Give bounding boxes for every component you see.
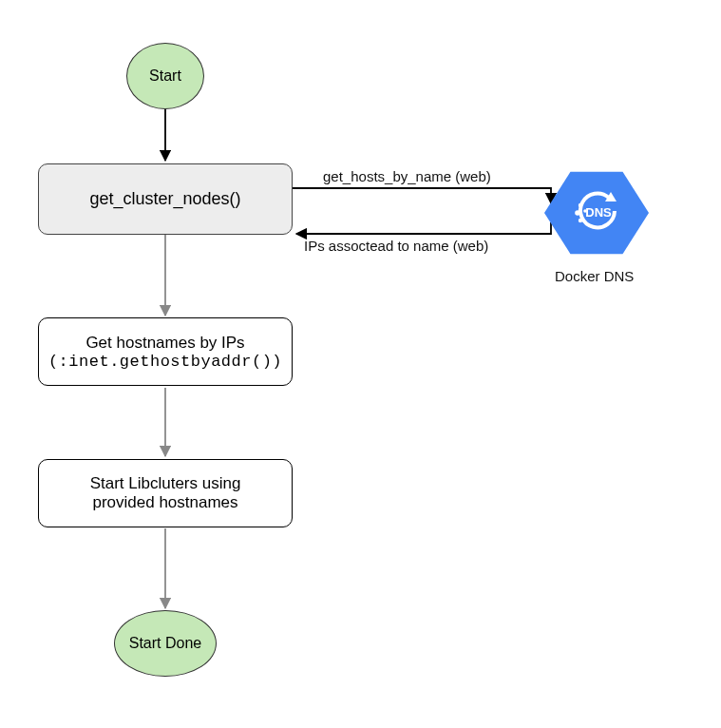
start-libclusters-node: Start Libcluters using provided hostname… bbox=[38, 459, 293, 527]
docker-dns-label: Docker DNS bbox=[555, 268, 634, 284]
edge-to-dns-label: get_hosts_by_name (web) bbox=[323, 168, 491, 184]
get-cluster-nodes-node: get_cluster_nodes() bbox=[38, 163, 293, 235]
start-libclusters-line2: provided hostnames bbox=[92, 493, 237, 512]
get-hostnames-node: Get hostnames by IPs (:inet.gethostbyadd… bbox=[38, 317, 293, 386]
get-hostnames-line1: Get hostnames by IPs bbox=[85, 334, 244, 353]
dns-icon-text: DNS bbox=[585, 205, 612, 220]
svg-point-5 bbox=[579, 203, 582, 207]
start-libclusters-line1: Start Libcluters using bbox=[90, 474, 241, 493]
start-done-label: Start Done bbox=[129, 635, 201, 652]
edge-from-dns-label: IPs assoctead to name (web) bbox=[304, 238, 488, 254]
start-done-node: Start Done bbox=[114, 610, 217, 677]
start-node: Start bbox=[126, 43, 204, 109]
get-hostnames-line2: (:inet.gethostbyaddr()) bbox=[48, 353, 282, 371]
get-cluster-nodes-label: get_cluster_nodes() bbox=[89, 189, 240, 209]
svg-point-7 bbox=[579, 219, 582, 222]
start-label: Start bbox=[149, 67, 181, 85]
dns-icon: DNS bbox=[544, 167, 649, 259]
svg-point-6 bbox=[575, 210, 580, 216]
